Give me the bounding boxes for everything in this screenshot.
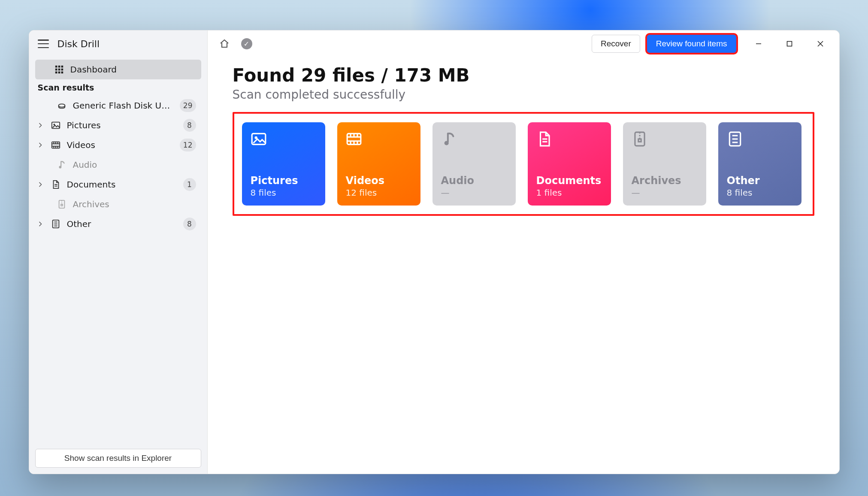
sidebar-item-label: Videos bbox=[67, 140, 174, 150]
home-icon[interactable] bbox=[219, 38, 230, 49]
card-title: Pictures bbox=[251, 175, 317, 187]
category-cards-highlight: Pictures8 filesVideos12 filesAudio—Docum… bbox=[233, 112, 814, 216]
category-card-pictures[interactable]: Pictures8 files bbox=[242, 122, 325, 206]
titlebar: ✓ Recover Review found items bbox=[208, 30, 839, 57]
category-card-other[interactable]: Other8 files bbox=[718, 122, 801, 206]
other-icon bbox=[727, 131, 743, 147]
card-title: Audio bbox=[441, 175, 507, 187]
content: Found 29 files / 173 MB Scan completed s… bbox=[208, 57, 839, 229]
menu-icon[interactable] bbox=[38, 39, 49, 48]
count-badge: 29 bbox=[180, 99, 196, 112]
page-title: Found 29 files / 173 MB bbox=[233, 65, 814, 86]
card-title: Archives bbox=[632, 175, 698, 187]
picture-icon bbox=[51, 120, 61, 130]
main-panel: ✓ Recover Review found items bbox=[208, 30, 839, 474]
recover-button[interactable]: Recover bbox=[592, 35, 640, 53]
category-card-documents[interactable]: Documents1 files bbox=[528, 122, 611, 206]
sidebar-item-other[interactable]: Other8 bbox=[35, 214, 201, 234]
archive-icon bbox=[632, 131, 648, 147]
sidebar-item-video[interactable]: Videos12 bbox=[35, 135, 201, 155]
sidebar-footer: Show scan results in Explorer bbox=[29, 443, 207, 474]
chevron-right-icon[interactable] bbox=[37, 142, 45, 148]
card-subtitle: — bbox=[632, 188, 698, 198]
card-subtitle: 8 files bbox=[251, 188, 317, 198]
sidebar-item-dashboard[interactable]: Dashboard bbox=[35, 60, 201, 79]
sidebar-section-scan-results: Scan results bbox=[35, 79, 201, 96]
chevron-right-icon[interactable] bbox=[37, 123, 45, 128]
count-badge: 8 bbox=[183, 218, 196, 230]
card-title: Documents bbox=[536, 175, 602, 187]
sidebar-item-document[interactable]: Documents1 bbox=[35, 175, 201, 194]
card-subtitle: — bbox=[441, 188, 507, 198]
category-card-audio: Audio— bbox=[432, 122, 516, 206]
card-title: Videos bbox=[346, 175, 412, 187]
video-icon bbox=[51, 140, 61, 150]
app-title: Disk Drill bbox=[57, 39, 100, 49]
svg-rect-31 bbox=[787, 42, 792, 46]
minimize-icon[interactable] bbox=[743, 30, 774, 57]
grid-icon bbox=[54, 64, 64, 75]
check-icon[interactable]: ✓ bbox=[241, 38, 252, 49]
maximize-icon[interactable] bbox=[774, 30, 805, 57]
archive-icon bbox=[57, 199, 67, 209]
document-icon bbox=[51, 179, 61, 190]
sidebar-header: Disk Drill bbox=[29, 30, 207, 57]
sidebar-item-label: Other bbox=[67, 219, 177, 229]
sidebar-item-label: Documents bbox=[67, 179, 177, 190]
close-icon[interactable] bbox=[805, 30, 836, 57]
category-card-archives: Archives— bbox=[623, 122, 706, 206]
count-badge: 8 bbox=[183, 119, 196, 132]
picture-icon bbox=[251, 131, 267, 147]
sidebar-item-label: Audio bbox=[73, 160, 196, 170]
show-in-explorer-button[interactable]: Show scan results in Explorer bbox=[35, 449, 201, 468]
count-badge: 12 bbox=[180, 139, 196, 151]
review-found-items-button[interactable]: Review found items bbox=[647, 35, 736, 53]
category-cards: Pictures8 filesVideos12 filesAudio—Docum… bbox=[242, 122, 805, 206]
other-icon bbox=[51, 219, 61, 229]
count-badge: 1 bbox=[183, 178, 196, 191]
sidebar-nav: Dashboard Scan results Generic Flash Dis… bbox=[29, 57, 207, 443]
category-card-videos[interactable]: Videos12 files bbox=[337, 122, 420, 206]
audio-icon bbox=[441, 131, 457, 147]
audio-icon bbox=[57, 160, 67, 170]
sidebar: Disk Drill Dashboard Scan results Generi… bbox=[29, 30, 208, 474]
card-subtitle: 1 files bbox=[536, 188, 602, 198]
sidebar-item-label: Pictures bbox=[67, 120, 177, 130]
document-icon bbox=[536, 131, 553, 147]
card-title: Other bbox=[727, 175, 793, 187]
drive-icon bbox=[57, 100, 67, 111]
sidebar-item-audio: Audio bbox=[35, 155, 201, 175]
video-icon bbox=[346, 131, 362, 147]
page-subtitle: Scan completed successfully bbox=[233, 88, 814, 102]
sidebar-item-label: Generic Flash Disk USB D... bbox=[73, 100, 174, 111]
chevron-right-icon[interactable] bbox=[37, 221, 45, 227]
sidebar-item-picture[interactable]: Pictures8 bbox=[35, 115, 201, 135]
sidebar-item-drive[interactable]: Generic Flash Disk USB D...29 bbox=[35, 96, 201, 115]
window-controls bbox=[743, 30, 836, 57]
card-subtitle: 12 files bbox=[346, 188, 412, 198]
sidebar-item-archive: Archives bbox=[35, 194, 201, 214]
card-subtitle: 8 files bbox=[727, 188, 793, 198]
sidebar-item-label: Archives bbox=[73, 199, 196, 209]
sidebar-item-label: Dashboard bbox=[70, 64, 196, 75]
chevron-right-icon[interactable] bbox=[37, 182, 45, 187]
app-window: Disk Drill Dashboard Scan results Generi… bbox=[29, 30, 840, 474]
